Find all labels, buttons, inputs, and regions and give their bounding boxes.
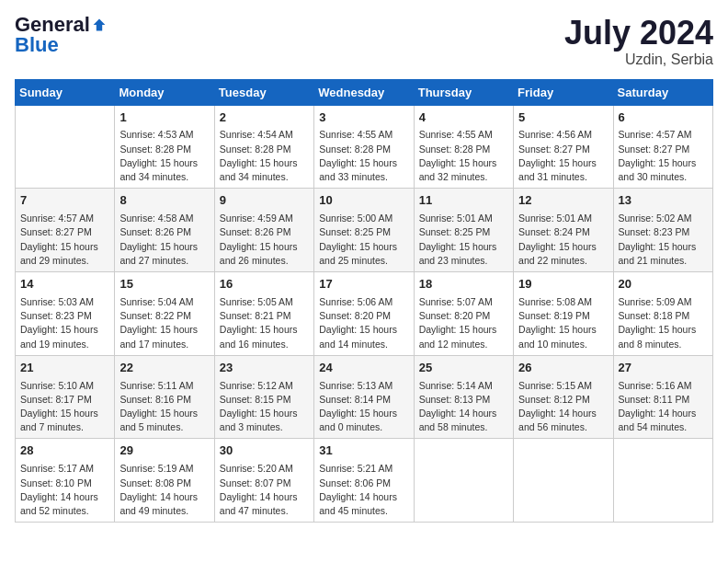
title-block: July 2024 Uzdin, Serbia: [564, 15, 713, 68]
day-info: Sunrise: 4:55 AM Sunset: 8:28 PM Dayligh…: [319, 128, 408, 184]
day-number: 13: [619, 192, 708, 210]
calendar-table: SundayMondayTuesdayWednesdayThursdayFrid…: [15, 79, 713, 523]
day-number: 4: [419, 109, 508, 127]
day-of-week-header: Saturday: [613, 79, 712, 105]
day-number: 21: [20, 360, 109, 377]
logo-blue-text: Blue: [15, 35, 107, 55]
calendar-cell: 30Sunrise: 5:20 AM Sunset: 8:07 PM Dayli…: [214, 439, 313, 523]
page-header: General Blue July 2024 Uzdin, Serbia: [15, 15, 713, 68]
calendar-cell: 28Sunrise: 5:17 AM Sunset: 8:10 PM Dayli…: [16, 439, 115, 523]
day-number: 17: [319, 276, 408, 293]
day-of-week-header: Friday: [514, 79, 613, 105]
day-info: Sunrise: 5:07 AM Sunset: 8:20 PM Dayligh…: [419, 295, 508, 351]
day-number: 22: [119, 360, 209, 377]
day-info: Sunrise: 4:55 AM Sunset: 8:28 PM Dayligh…: [419, 128, 508, 184]
calendar-title: July 2024: [564, 15, 713, 52]
calendar-week-row: 14Sunrise: 5:03 AM Sunset: 8:23 PM Dayli…: [16, 272, 713, 356]
day-number: 2: [220, 109, 309, 127]
calendar-cell: 5Sunrise: 4:56 AM Sunset: 8:27 PM Daylig…: [514, 105, 613, 189]
calendar-body: 1Sunrise: 4:53 AM Sunset: 8:28 PM Daylig…: [16, 105, 713, 523]
calendar-cell: 27Sunrise: 5:16 AM Sunset: 8:11 PM Dayli…: [613, 355, 712, 439]
calendar-cell: 29Sunrise: 5:19 AM Sunset: 8:08 PM Dayli…: [115, 439, 214, 523]
day-info: Sunrise: 5:10 AM Sunset: 8:17 PM Dayligh…: [20, 379, 109, 435]
day-number: 12: [518, 192, 608, 210]
day-number: 3: [319, 109, 408, 127]
calendar-cell: 6Sunrise: 4:57 AM Sunset: 8:27 PM Daylig…: [613, 105, 712, 189]
calendar-week-row: 1Sunrise: 4:53 AM Sunset: 8:28 PM Daylig…: [16, 105, 713, 189]
day-of-week-header: Monday: [115, 79, 214, 105]
day-number: 20: [619, 276, 708, 293]
day-number: 19: [518, 276, 608, 293]
calendar-cell: 22Sunrise: 5:11 AM Sunset: 8:16 PM Dayli…: [115, 355, 214, 439]
day-info: Sunrise: 5:00 AM Sunset: 8:25 PM Dayligh…: [319, 212, 408, 268]
day-info: Sunrise: 5:15 AM Sunset: 8:12 PM Dayligh…: [518, 379, 608, 435]
calendar-cell: 11Sunrise: 5:01 AM Sunset: 8:25 PM Dayli…: [414, 189, 513, 272]
calendar-cell: 2Sunrise: 4:54 AM Sunset: 8:28 PM Daylig…: [214, 105, 313, 189]
calendar-cell: 21Sunrise: 5:10 AM Sunset: 8:17 PM Dayli…: [16, 355, 115, 439]
calendar-cell: 25Sunrise: 5:14 AM Sunset: 8:13 PM Dayli…: [414, 355, 513, 439]
day-of-week-header: Tuesday: [214, 79, 313, 105]
day-info: Sunrise: 5:11 AM Sunset: 8:16 PM Dayligh…: [119, 379, 209, 435]
day-info: Sunrise: 5:01 AM Sunset: 8:24 PM Dayligh…: [518, 212, 608, 268]
day-number: 25: [419, 360, 508, 377]
day-number: 16: [220, 276, 309, 293]
day-info: Sunrise: 4:56 AM Sunset: 8:27 PM Dayligh…: [518, 128, 608, 184]
day-info: Sunrise: 4:54 AM Sunset: 8:28 PM Dayligh…: [220, 128, 309, 184]
day-number: 29: [119, 442, 209, 460]
day-number: 8: [119, 192, 209, 210]
logo-general-text: General: [15, 15, 90, 35]
calendar-header: SundayMondayTuesdayWednesdayThursdayFrid…: [16, 79, 713, 105]
day-number: 1: [119, 109, 209, 127]
day-info: Sunrise: 5:17 AM Sunset: 8:10 PM Dayligh…: [20, 462, 109, 518]
logo: General Blue: [15, 15, 107, 55]
day-number: 27: [619, 360, 708, 377]
logo-icon: [92, 17, 107, 32]
calendar-cell: 4Sunrise: 4:55 AM Sunset: 8:28 PM Daylig…: [414, 105, 513, 189]
day-info: Sunrise: 5:21 AM Sunset: 8:06 PM Dayligh…: [319, 462, 408, 518]
calendar-cell: 24Sunrise: 5:13 AM Sunset: 8:14 PM Dayli…: [314, 355, 414, 439]
calendar-cell: 31Sunrise: 5:21 AM Sunset: 8:06 PM Dayli…: [314, 439, 414, 523]
day-number: 15: [119, 276, 209, 293]
calendar-cell: 17Sunrise: 5:06 AM Sunset: 8:20 PM Dayli…: [314, 272, 414, 356]
day-number: 31: [319, 442, 408, 460]
day-of-week-header: Sunday: [16, 79, 115, 105]
day-number: 18: [419, 276, 508, 293]
calendar-cell: 23Sunrise: 5:12 AM Sunset: 8:15 PM Dayli…: [214, 355, 313, 439]
calendar-cell: 12Sunrise: 5:01 AM Sunset: 8:24 PM Dayli…: [514, 189, 613, 272]
calendar-cell: 19Sunrise: 5:08 AM Sunset: 8:19 PM Dayli…: [514, 272, 613, 356]
day-info: Sunrise: 5:01 AM Sunset: 8:25 PM Dayligh…: [419, 212, 508, 268]
svg-marker-0: [94, 19, 106, 31]
day-number: 26: [518, 360, 608, 377]
day-info: Sunrise: 5:09 AM Sunset: 8:18 PM Dayligh…: [619, 295, 708, 351]
calendar-cell: [16, 105, 115, 189]
day-info: Sunrise: 4:57 AM Sunset: 8:27 PM Dayligh…: [20, 212, 109, 268]
day-info: Sunrise: 5:13 AM Sunset: 8:14 PM Dayligh…: [319, 379, 408, 435]
day-number: 5: [518, 109, 608, 127]
calendar-cell: 8Sunrise: 4:58 AM Sunset: 8:26 PM Daylig…: [115, 189, 214, 272]
day-info: Sunrise: 5:14 AM Sunset: 8:13 PM Dayligh…: [419, 379, 508, 435]
calendar-cell: 26Sunrise: 5:15 AM Sunset: 8:12 PM Dayli…: [514, 355, 613, 439]
day-number: 14: [20, 276, 109, 293]
days-of-week-row: SundayMondayTuesdayWednesdayThursdayFrid…: [16, 79, 713, 105]
calendar-week-row: 21Sunrise: 5:10 AM Sunset: 8:17 PM Dayli…: [16, 355, 713, 439]
day-number: 7: [20, 192, 109, 210]
day-number: 6: [619, 109, 708, 127]
calendar-cell: 18Sunrise: 5:07 AM Sunset: 8:20 PM Dayli…: [414, 272, 513, 356]
day-number: 24: [319, 360, 408, 377]
calendar-cell: [613, 439, 712, 523]
day-info: Sunrise: 4:59 AM Sunset: 8:26 PM Dayligh…: [220, 212, 309, 268]
calendar-location: Uzdin, Serbia: [564, 52, 713, 68]
day-number: 9: [220, 192, 309, 210]
calendar-cell: 13Sunrise: 5:02 AM Sunset: 8:23 PM Dayli…: [613, 189, 712, 272]
day-info: Sunrise: 5:02 AM Sunset: 8:23 PM Dayligh…: [619, 212, 708, 268]
day-info: Sunrise: 4:58 AM Sunset: 8:26 PM Dayligh…: [119, 212, 209, 268]
calendar-week-row: 7Sunrise: 4:57 AM Sunset: 8:27 PM Daylig…: [16, 189, 713, 272]
day-number: 10: [319, 192, 408, 210]
day-number: 11: [419, 192, 508, 210]
day-info: Sunrise: 5:20 AM Sunset: 8:07 PM Dayligh…: [220, 462, 309, 518]
day-info: Sunrise: 5:06 AM Sunset: 8:20 PM Dayligh…: [319, 295, 408, 351]
day-info: Sunrise: 5:16 AM Sunset: 8:11 PM Dayligh…: [619, 379, 708, 435]
calendar-cell: 3Sunrise: 4:55 AM Sunset: 8:28 PM Daylig…: [314, 105, 414, 189]
day-info: Sunrise: 5:04 AM Sunset: 8:22 PM Dayligh…: [119, 295, 209, 351]
day-info: Sunrise: 5:05 AM Sunset: 8:21 PM Dayligh…: [220, 295, 309, 351]
